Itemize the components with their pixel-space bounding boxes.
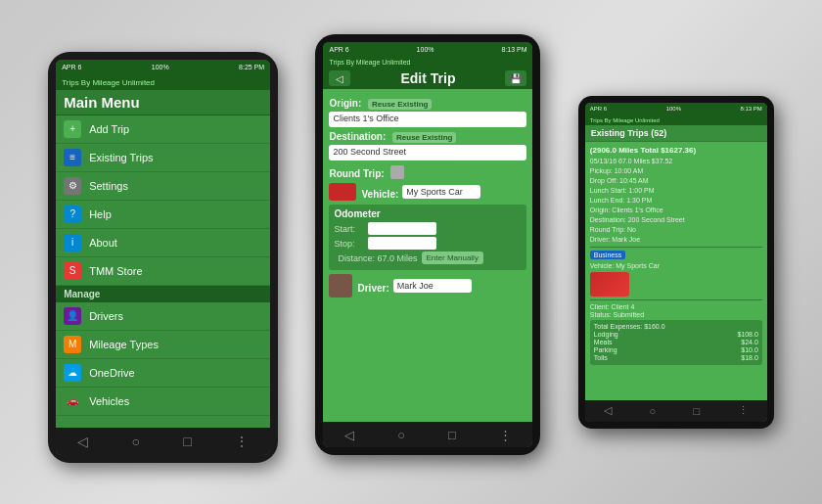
- tablet-separator-1: [590, 247, 762, 248]
- driver-label: Driver:: [357, 283, 388, 294]
- mileage-type-badge: Business: [590, 251, 625, 259]
- phone2-titlebar: Trips By Mileage Unlimited: [323, 57, 532, 68]
- round-trip-label: Round Trip:: [329, 168, 384, 179]
- odometer-title: Odometer: [334, 208, 522, 219]
- tablet-trip-line-6: Destination: 200 Second Street: [590, 215, 762, 224]
- enter-manually-button[interactable]: Enter Manually: [422, 252, 483, 264]
- tablet-expense-tolls: Tolls $18.0: [594, 354, 758, 361]
- tablet-recent-icon[interactable]: □: [694, 405, 701, 417]
- phone2-screen: APR 6 100% 8:13 PM Trips By Mileage Unli…: [323, 42, 532, 447]
- tablet-vehicle-label: Vehicle: My Sports Car: [590, 261, 762, 270]
- menu-item-tmm-store[interactable]: S TMM Store: [56, 257, 270, 286]
- p2-more-icon[interactable]: ⋮: [499, 428, 512, 442]
- odometer-stop-label: Stop:: [334, 239, 368, 249]
- phone2-navbar: ◁ ○ □ ⋮: [323, 422, 532, 447]
- phone2-carrier: APR 6: [329, 46, 348, 53]
- vehicle-dropdown[interactable]: My Sports Car: [402, 185, 480, 199]
- tablet-car-image: [590, 272, 629, 297]
- tablet-navbar: ◁ ○ □ ⋮: [585, 400, 767, 422]
- menu-item-existing-trips[interactable]: ≡ Existing Trips: [56, 144, 270, 172]
- tmm-store-icon: S: [64, 262, 81, 280]
- menu-item-settings-label: Settings: [89, 180, 128, 192]
- tablet-trip-line-5: Origin: Clients 1's Office: [590, 206, 762, 214]
- phone2-topbar: ◁ Edit Trip 💾: [323, 68, 532, 89]
- back-nav-icon[interactable]: ◁: [77, 434, 88, 449]
- origin-label: Origin: Reuse Existing: [329, 98, 526, 110]
- menu-item-drivers[interactable]: 👤 Drivers: [56, 302, 270, 331]
- vehicle-row: Vehicle: My Sports Car: [329, 183, 526, 201]
- menu-item-tmm-store-label: TMM Store: [89, 265, 142, 277]
- edit-trip-back-button[interactable]: ◁: [329, 70, 350, 86]
- origin-reuse-button[interactable]: Reuse Existing: [368, 99, 432, 110]
- odometer-start-row: Start:: [334, 222, 522, 235]
- menu-item-help[interactable]: ? Help: [56, 201, 270, 229]
- menu-item-mileage-types[interactable]: M Mileage Types: [56, 331, 270, 359]
- phone1-carrier: APR 6: [62, 64, 81, 70]
- tablet-expenses-section: Total Expenses: $160.0 Lodging $108.0 Me…: [590, 320, 762, 365]
- odometer-distance-value: Distance: 67.0 Miles: [338, 253, 417, 263]
- tablet-device: APR 6 100% 8:13 PM Trips By Mileage Unli…: [578, 96, 774, 429]
- tablet-trip-line-0: 05/13/16 67.0 Miles $37.52: [590, 157, 762, 165]
- phone2-statusbar: APR 6 100% 8:13 PM: [323, 42, 532, 57]
- destination-input[interactable]: 200 Second Street: [329, 145, 526, 160]
- menu-item-onedrive[interactable]: ☁ OneDrive: [56, 359, 270, 388]
- add-trip-icon: +: [64, 120, 81, 138]
- tablet-carrier: APR 6: [590, 106, 607, 112]
- phone1-menu: + Add Trip ≡ Existing Trips ⚙ Settings ?…: [56, 115, 270, 428]
- tablet-trip-line-1: Pickup: 10:00 AM: [590, 166, 762, 175]
- driver-photo: [329, 274, 352, 298]
- p2-home-icon[interactable]: ○: [397, 428, 405, 442]
- tablet-trip-line-2: Drop Off: 10:45 AM: [590, 176, 762, 185]
- menu-item-vehicles[interactable]: 🚗 Vehicles: [56, 388, 270, 416]
- tablet-total-expenses: Total Expenses: $160.0: [594, 323, 758, 330]
- phone1-titlebar: Trips By Mileage Unlimited: [56, 75, 270, 90]
- menu-item-settings[interactable]: ⚙ Settings: [56, 172, 270, 201]
- tablet-home-icon[interactable]: ○: [649, 405, 656, 417]
- menu-item-about-label: About: [89, 237, 117, 249]
- p2-recent-icon[interactable]: □: [448, 428, 456, 442]
- more-nav-icon[interactable]: ⋮: [235, 434, 249, 449]
- tablet-expense-lodging: Lodging $108.0: [594, 331, 758, 338]
- manage-section-label: Manage: [56, 286, 270, 302]
- phone1-main-menu-header: Main Menu: [56, 90, 270, 115]
- tablet-client-label: Client: Client 4: [590, 303, 762, 310]
- mileage-types-icon: M: [64, 336, 81, 353]
- odometer-stop-input[interactable]: [368, 237, 436, 250]
- round-trip-row: Round Trip:: [329, 164, 526, 179]
- tablet-trip-line-4: Lunch End: 1:30 PM: [590, 196, 762, 205]
- about-icon: i: [64, 234, 81, 252]
- menu-item-add-trip-label: Add Trip: [89, 123, 129, 135]
- phone1-battery: 100%: [152, 64, 169, 70]
- tablet-more-icon[interactable]: ⋮: [738, 404, 749, 417]
- driver-dropdown[interactable]: Mark Joe: [393, 279, 472, 293]
- odometer-distance-row: Distance: 67.0 Miles Enter Manually: [334, 252, 522, 264]
- tablet-separator-2: [590, 299, 762, 300]
- onedrive-icon: ☁: [64, 364, 81, 382]
- phone2-device: APR 6 100% 8:13 PM Trips By Mileage Unli…: [315, 34, 540, 455]
- phone2-time: 8:13 PM: [501, 46, 526, 53]
- menu-item-onedrive-label: OneDrive: [89, 367, 134, 379]
- tablet-back-icon[interactable]: ◁: [604, 404, 612, 417]
- odometer-start-input[interactable]: [368, 222, 436, 235]
- vehicle-car-icon: [329, 183, 356, 201]
- round-trip-checkbox[interactable]: [390, 165, 404, 179]
- home-nav-icon[interactable]: ○: [132, 434, 140, 449]
- destination-reuse-button[interactable]: Reuse Existing: [392, 132, 456, 143]
- origin-input[interactable]: Clients 1's Office: [329, 112, 526, 127]
- menu-item-vehicles-label: Vehicles: [89, 395, 129, 407]
- tablet-titlebar: Trips By Mileage Unlimited: [585, 115, 767, 125]
- menu-item-about[interactable]: i About: [56, 229, 270, 257]
- tablet-expense-parking: Parking $10.0: [594, 346, 758, 353]
- tablet-status-label: Status: Submitted: [590, 311, 762, 318]
- vehicles-icon: 🚗: [64, 392, 81, 410]
- odometer-stop-row: Stop:: [334, 237, 522, 250]
- p2-back-icon[interactable]: ◁: [344, 428, 354, 442]
- recent-nav-icon[interactable]: □: [183, 434, 191, 449]
- edit-trip-save-button[interactable]: 💾: [505, 70, 526, 86]
- menu-item-add-trip[interactable]: + Add Trip: [56, 115, 270, 144]
- tablet-summary: (2906.0 Miles Total $1627.36): [590, 146, 762, 155]
- tablet-screen: APR 6 100% 8:13 PM Trips By Mileage Unli…: [585, 103, 767, 422]
- phone1-navbar: ◁ ○ □ ⋮: [56, 428, 270, 455]
- menu-item-drivers-label: Drivers: [89, 310, 123, 322]
- menu-item-help-label: Help: [89, 208, 112, 220]
